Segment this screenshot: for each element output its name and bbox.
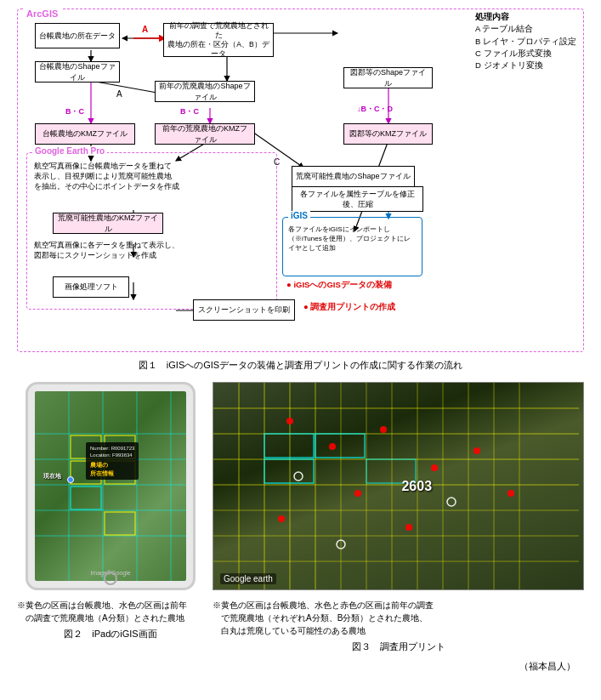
svg-point-60 [431, 464, 438, 471]
svg-point-57 [286, 418, 293, 424]
label-bc2: B・C [180, 106, 199, 117]
satellite-frame: 2603 Google earth [213, 382, 584, 590]
print-label: ● 調査用プリントの作成 [303, 302, 395, 313]
svg-rect-32 [71, 487, 101, 509]
svg-point-64 [278, 515, 285, 522]
google-earth-watermark: Google earth [220, 573, 276, 584]
svg-point-59 [380, 426, 387, 433]
daichou-kmz-box: 台帳農地のKMZファイル [35, 123, 135, 145]
igis-box: iGIS 各ファイルをiGISにインポートし（※iTunesを使用）、プロジェク… [282, 217, 422, 276]
caption-left: ※黄色の区画は台帳農地、水色の区画は前年 の調査で荒廃農地（A分類）とされた農地… [17, 595, 204, 640]
fig1-caption: 図１ iGISへのGISデータの装備と調査用プリントの作成に関する作業の流れ [17, 359, 584, 372]
ipad-map-bg: Number: R0091723 Location: F993634 農場の所在… [35, 391, 186, 581]
photo-left: Number: R0091723 Location: F993634 農場の所在… [17, 382, 204, 590]
each-file-box: 各ファイルを属性テーブルを修正後、圧縮 [292, 186, 423, 212]
gep-box: Google Earth Pro 航空写真画像に台帳農地データを重ねて 表示し、… [26, 152, 277, 310]
satellite-grid-svg [213, 383, 583, 589]
ipad-popup: Number: R0091723 Location: F993634 農場の所在… [86, 442, 139, 480]
maenen-kmz-box: 前年の荒廃農地のKMZファイル [155, 123, 255, 145]
svg-rect-53 [264, 434, 314, 458]
label-a1: A [142, 25, 148, 34]
ipad-frame: Number: R0091723 Location: F993634 農場の所在… [26, 382, 196, 590]
fig3-label: 図３ 調査用プリント [213, 640, 584, 653]
zuhyo-shape-box: 図郡等のShapeファイル [343, 67, 433, 88]
svg-point-61 [473, 447, 480, 454]
page-wrapper: ArcGIS 処理内容 A テーブル結合 B レイヤ・プロパティ設定 C ファイ… [0, 0, 601, 690]
kouhai-shape-box: 荒廃可能性農地のShapeファイル [292, 166, 415, 187]
svg-rect-54 [315, 434, 365, 458]
svg-point-62 [354, 490, 361, 497]
daichou-place-box: 台帳農地の所在データ [35, 23, 120, 48]
gep-label: Google Earth Pro [32, 146, 107, 156]
photo-caption-right: ※黄色の区画は台帳農地、水色と赤色の区画は前年の調査 で荒廃農地（それぞれA分類… [213, 599, 584, 637]
svg-point-65 [405, 524, 412, 531]
ipad-screen: Number: R0091723 Location: F993634 農場の所在… [35, 391, 186, 581]
gep-desc: 航空写真画像に台帳農地データを重ねて 表示し、目視判断により荒廃可能性農地 を抽… [34, 162, 264, 192]
label-bc1: B・C [65, 106, 84, 117]
igis-desc: 各ファイルをiGISにインポートし（※iTunesを使用）、プロジェクトにレイヤ… [288, 225, 416, 253]
photo-caption-left: ※黄色の区画は台帳農地、水色の区画は前年 の調査で荒廃農地（A分類）とされた農地 [17, 599, 204, 624]
gazo-soft-box: 画像処理ソフト [53, 276, 129, 298]
zuhyo-kmz-box: 図郡等のKMZファイル [343, 123, 433, 145]
photos-row: Number: R0091723 Location: F993634 農場の所在… [17, 382, 584, 590]
label-a2: A [116, 89, 122, 99]
label-bcd: ↓B・C・D [357, 104, 393, 115]
svg-point-67 [447, 498, 456, 506]
sat-label-2603: 2603 [401, 479, 432, 494]
igis-label: iGIS [288, 211, 310, 220]
flow-container: 地番図のShapeファイル 台帳農地の所在データ 前年の調査で荒廃農地とされた農… [23, 14, 578, 346]
gep-desc2: 航空写真画像に各データを重ねて表示し、 図郡毎にスクリーンショットを作成 [34, 241, 264, 261]
daichou-shape-box: 台帳農地のShapeファイル [35, 61, 120, 83]
svg-point-58 [329, 443, 336, 450]
ipad-home-button [104, 572, 117, 585]
fig2-label: 図２ iPadのiGIS画面 [17, 628, 204, 640]
ipad-location-dot [67, 476, 74, 483]
ipad-grid-svg [35, 391, 186, 581]
ipad-location-label: 現在地 [43, 472, 61, 481]
svg-point-63 [507, 490, 514, 497]
maenen-survey-box: 前年の調査で荒廃農地とされた農地の所在・区分（A、B）データ [163, 23, 274, 57]
igis-gis-label: ● iGISへのGISデータの装備 [286, 280, 392, 291]
svg-rect-33 [105, 512, 135, 535]
captions-row: ※黄色の区画は台帳農地、水色の区画は前年 の調査で荒廃農地（A分類）とされた農地… [17, 595, 584, 653]
caption-right: ※黄色の区画は台帳農地、水色と赤色の区画は前年の調査 で荒廃農地（それぞれA分類… [213, 595, 584, 653]
print-btn[interactable]: スクリーンショットを印刷 [193, 299, 295, 321]
svg-rect-55 [264, 459, 314, 483]
maenen-shape-box: 前年の荒廃農地のShapeファイル [155, 81, 255, 102]
svg-point-66 [294, 472, 303, 481]
diagram-area: ArcGIS 処理内容 A テーブル結合 B レイヤ・プロパティ設定 C ファイ… [17, 9, 584, 352]
author-line: （福本昌人） [17, 660, 584, 673]
kouhai-kmz-box: 荒廃可能性農地のKMZファイル [53, 213, 163, 234]
photo-right: 2603 Google earth [213, 382, 584, 590]
